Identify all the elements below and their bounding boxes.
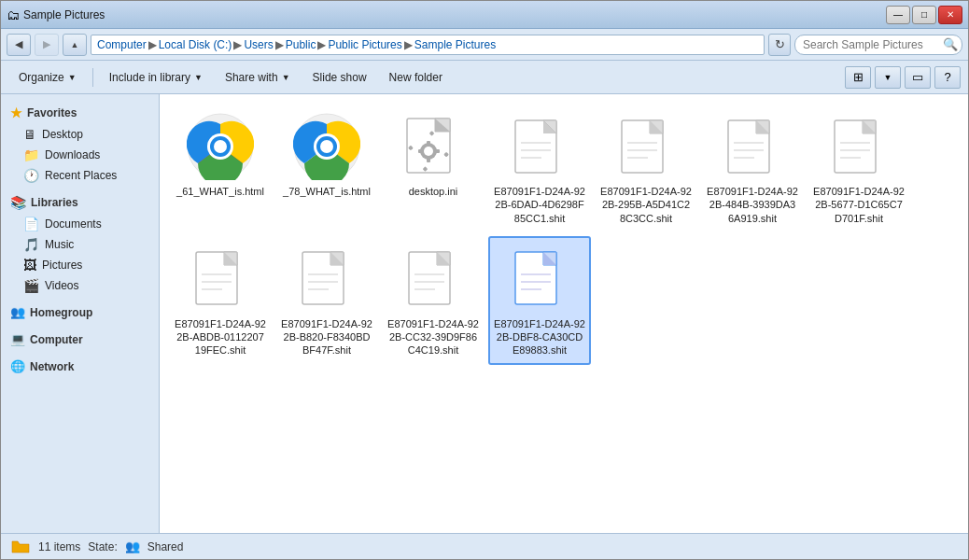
documents-icon: 📄	[23, 217, 39, 231]
file-icon-6	[824, 111, 894, 181]
preview-pane-button[interactable]: ▭	[905, 66, 931, 89]
file-icon-8	[292, 244, 362, 314]
file-item-6[interactable]: E87091F1-D24A-922B-5677-D1C65C7D701F.shi…	[808, 104, 910, 232]
status-state-label: State:	[88, 540, 117, 553]
generic-file-icon-7	[192, 245, 248, 312]
breadcrumb-localdisk[interactable]: Local Disk (C:)	[159, 38, 232, 51]
window: 🗂 Sample Pictures — □ ✕ ◀ ▶ ▲ Computer ▶…	[0, 0, 969, 560]
file-item-7[interactable]: E87091F1-D24A-922B-ABDB-011220719FEC.shi…	[169, 236, 272, 365]
up-button[interactable]: ▲	[63, 34, 87, 56]
close-button[interactable]: ✕	[938, 6, 962, 24]
file-label-4: E87091F1-D24A-922B-295B-A5D41C28C3CC.shi…	[600, 185, 692, 225]
generic-file-icon-3	[512, 113, 568, 180]
breadcrumb-samplepictures[interactable]: Sample Pictures	[414, 38, 496, 51]
file-label-9: E87091F1-D24A-922B-CC32-39D9F86C4C19.shi…	[387, 317, 479, 357]
sidebar-item-pictures[interactable]: 🖼 Pictures	[1, 255, 159, 275]
file-label-7: E87091F1-D24A-922B-ABDB-011220719FEC.shi…	[175, 317, 266, 357]
organize-button[interactable]: Organize ▼	[8, 64, 87, 91]
svg-rect-16	[427, 158, 430, 162]
file-item-10[interactable]: E87091F1-D24A-922B-DBF8-CA30CDE89883.shi…	[488, 236, 591, 365]
minimize-button[interactable]: —	[886, 6, 910, 24]
view-dropdown-button[interactable]: ▼	[875, 66, 901, 89]
file-icon-1	[292, 111, 362, 181]
toolbar: Organize ▼ Include in library ▼ Share wi…	[1, 61, 968, 94]
file-label-1: _78_WHAT_is.html	[283, 185, 371, 198]
file-item-4[interactable]: E87091F1-D24A-922B-295B-A5D41C28C3CC.shi…	[595, 104, 697, 232]
homegroup-header[interactable]: 👥 Homegroup	[1, 301, 159, 323]
sidebar-item-music[interactable]: 🎵 Music	[1, 234, 159, 255]
recent-places-icon: 🕐	[23, 168, 39, 183]
file-icon-5	[718, 111, 788, 181]
file-icon-9	[399, 244, 469, 314]
sidebar-item-documents[interactable]: 📄 Documents	[1, 214, 159, 234]
file-item-0[interactable]: _61_WHAT_is.html	[169, 104, 272, 232]
slide-show-button[interactable]: Slide show	[302, 64, 377, 91]
generic-file-icon-10	[512, 245, 568, 312]
refresh-button[interactable]: ↻	[768, 34, 791, 56]
generic-file-icon-9	[405, 245, 461, 312]
breadcrumb-public[interactable]: Public	[286, 38, 316, 51]
help-button[interactable]: ?	[934, 66, 961, 89]
ini-icon	[401, 113, 465, 180]
file-icon-4	[611, 111, 681, 181]
file-label-5: E87091F1-D24A-922B-484B-3939DA36A919.shi…	[707, 185, 798, 225]
chrome-icon-1	[293, 113, 360, 180]
back-button[interactable]: ◀	[7, 34, 31, 56]
status-bar: 11 items State: 👥 Shared	[1, 533, 968, 559]
file-item-9[interactable]: E87091F1-D24A-922B-CC32-39D9F86C4C19.shi…	[382, 236, 484, 365]
file-item-3[interactable]: E87091F1-D24A-922B-6DAD-4D6298F85CC1.shi…	[488, 104, 591, 232]
file-item-2[interactable]: desktop.ini	[382, 104, 484, 232]
include-library-dropdown-icon: ▼	[194, 73, 203, 82]
file-icon-10	[505, 244, 575, 314]
file-label-0: _61_WHAT_is.html	[176, 185, 264, 198]
file-item-8[interactable]: E87091F1-D24A-922B-B820-F8340BDBF47F.shi…	[275, 236, 378, 365]
file-label-10: E87091F1-D24A-922B-DBF8-CA30CDE89883.shi…	[494, 317, 585, 357]
include-library-button[interactable]: Include in library ▼	[99, 64, 213, 91]
svg-point-5	[214, 140, 227, 153]
status-count: 11 items	[38, 540, 80, 553]
share-with-button[interactable]: Share with ▼	[215, 64, 301, 91]
computer-header[interactable]: 💻 Computer	[1, 329, 159, 350]
sidebar-item-downloads[interactable]: 📁 Downloads	[1, 145, 159, 165]
generic-file-icon-6	[831, 113, 887, 180]
computer-icon: 💻	[10, 332, 25, 346]
toolbar-right: ⊞ ▼ ▭ ?	[845, 66, 961, 89]
file-icon-7	[186, 244, 256, 314]
new-folder-button[interactable]: New folder	[379, 64, 453, 91]
svg-point-14	[424, 147, 433, 156]
favorites-header[interactable]: ★ Favorites	[1, 102, 159, 124]
status-folder-icon	[10, 537, 31, 557]
breadcrumb-publicpictures[interactable]: Public Pictures	[328, 38, 401, 51]
svg-rect-18	[435, 149, 440, 153]
search-input[interactable]	[794, 35, 962, 55]
homegroup-section: 👥 Homegroup	[1, 301, 159, 323]
breadcrumb-computer[interactable]: Computer	[97, 38, 147, 51]
breadcrumb-users[interactable]: Users	[244, 38, 273, 51]
sidebar-item-desktop[interactable]: 🖥 Desktop	[1, 124, 159, 145]
main-content: ★ Favorites 🖥 Desktop 📁 Downloads 🕐 Rece…	[1, 94, 968, 533]
file-item-5[interactable]: E87091F1-D24A-922B-484B-3939DA36A919.shi…	[701, 104, 804, 232]
libraries-header[interactable]: 📚 Libraries	[1, 191, 159, 214]
sidebar-item-videos[interactable]: 🎬 Videos	[1, 275, 159, 296]
homegroup-icon: 👥	[10, 305, 25, 319]
change-view-button[interactable]: ⊞	[845, 66, 871, 89]
libraries-icon: 📚	[10, 195, 26, 210]
downloads-icon: 📁	[23, 147, 39, 162]
sidebar-item-recent-places[interactable]: 🕐 Recent Places	[1, 165, 159, 186]
address-bar: ◀ ▶ ▲ Computer ▶ Local Disk (C:) ▶ Users…	[1, 29, 968, 61]
file-item-1[interactable]: _78_WHAT_is.html	[275, 104, 378, 232]
generic-file-icon-4	[618, 113, 674, 180]
generic-file-icon-5	[724, 113, 780, 180]
title-bar: 🗂 Sample Pictures — □ ✕	[1, 1, 968, 29]
file-area[interactable]: _61_WHAT_is.html	[160, 94, 968, 533]
window-controls: — □ ✕	[886, 6, 962, 24]
network-header[interactable]: 🌐 Network	[1, 356, 159, 377]
sidebar: ★ Favorites 🖥 Desktop 📁 Downloads 🕐 Rece…	[1, 94, 160, 533]
breadcrumb[interactable]: Computer ▶ Local Disk (C:) ▶ Users ▶ Pub…	[91, 35, 765, 55]
maximize-button[interactable]: □	[912, 6, 936, 24]
svg-rect-15	[427, 141, 430, 146]
search-icon[interactable]: 🔍	[942, 36, 959, 53]
file-label-3: E87091F1-D24A-922B-6DAD-4D6298F85CC1.shi…	[494, 185, 585, 225]
computer-section: 💻 Computer	[1, 329, 159, 350]
forward-button[interactable]: ▶	[35, 34, 59, 56]
